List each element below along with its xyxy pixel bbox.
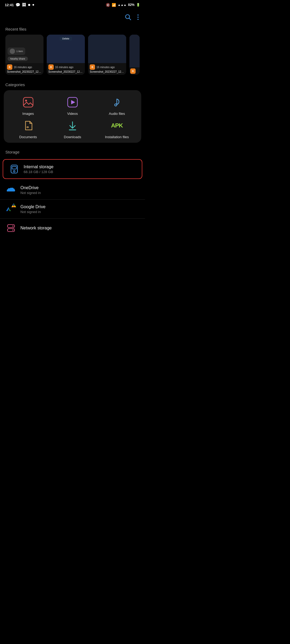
- svg-rect-11: [12, 166, 16, 169]
- recent-file-name: Screenshot_20230227_122445...: [90, 70, 125, 73]
- svg-point-20: [12, 226, 13, 227]
- category-apk-label: Installation files: [105, 135, 129, 139]
- videos-icon: [65, 95, 80, 109]
- downloads-icon: [65, 118, 80, 133]
- storage-network[interactable]: Network storage: [0, 219, 145, 237]
- svg-marker-5: [71, 100, 75, 104]
- storage-onedrive-name: OneDrive: [20, 185, 139, 190]
- recent-file-item[interactable]: B 16 minutes ago Screenshot_20230227_122…: [88, 35, 126, 75]
- storage-googledrive-sub: Not signed in: [20, 210, 139, 214]
- recent-file-item[interactable]: Delete B 16 minutes ago Screenshot_20230…: [47, 35, 85, 75]
- signal-icon: ▲▲▲: [118, 3, 126, 6]
- more-options-button[interactable]: [136, 13, 140, 21]
- category-downloads[interactable]: Downloads: [51, 118, 94, 139]
- categories-title: Categories: [0, 79, 145, 89]
- recent-file-name: Screenshot_20230227_122452...: [48, 70, 83, 73]
- network-storage-icon: [6, 223, 16, 233]
- storage-googledrive-info: Google Drive Not signed in: [20, 204, 139, 214]
- recent-file-item[interactable]: 1 item Nearby Share B 16 minutes ago Scr…: [5, 35, 44, 75]
- storage-title: Storage: [0, 147, 145, 156]
- svg-marker-14: [6, 207, 9, 211]
- category-images-label: Images: [22, 112, 34, 116]
- onedrive-icon: [6, 185, 16, 195]
- app-badge: B: [7, 64, 12, 70]
- search-button[interactable]: [125, 14, 132, 21]
- documents-icon: [21, 118, 35, 133]
- recent-file-time: 16 minutes ago: [96, 66, 115, 69]
- category-videos[interactable]: Videos: [51, 95, 94, 116]
- storage-googledrive[interactable]: Google Drive Not signed in: [0, 200, 145, 219]
- googledrive-icon: [6, 204, 16, 214]
- header-toolbar: [0, 9, 145, 24]
- status-left: 12:41 💬 🖼 ⏺: [5, 3, 34, 7]
- category-apk[interactable]: APK Installation files: [95, 118, 139, 139]
- svg-point-21: [12, 230, 13, 231]
- svg-line-1: [129, 18, 131, 20]
- svg-rect-19: [8, 229, 15, 232]
- internal-storage-icon: [9, 164, 19, 174]
- category-images[interactable]: Images: [6, 95, 50, 116]
- svg-marker-15: [9, 207, 11, 211]
- storage-onedrive-info: OneDrive Not signed in: [20, 185, 139, 195]
- categories-grid: Images Videos Audio files: [4, 90, 141, 143]
- battery-text: 82%: [128, 3, 135, 7]
- category-audio-label: Audio files: [109, 112, 125, 116]
- storage-internal[interactable]: Internal storage 68.18 GB / 128 GB: [3, 159, 142, 179]
- whatsapp-icon: 💬: [16, 3, 20, 7]
- images-icon: [21, 95, 35, 109]
- storage-internal-sub: 68.18 GB / 128 GB: [24, 170, 136, 174]
- apk-icon: APK: [110, 118, 124, 133]
- category-documents[interactable]: Documents: [6, 118, 50, 139]
- storage-network-info: Network storage: [20, 226, 139, 230]
- battery-icon: 🔋: [136, 3, 140, 7]
- category-audio[interactable]: Audio files: [95, 95, 139, 116]
- dot-indicator: [32, 4, 34, 6]
- recent-files-title: Recent files: [0, 24, 145, 34]
- delete-badge: Delete: [60, 37, 72, 41]
- recent-file-time: 16 minutes ago: [14, 66, 32, 69]
- status-right: 🔇 📶 ▲▲▲ 82% 🔋: [106, 3, 140, 7]
- svg-rect-2: [23, 97, 33, 107]
- app-badge: B: [48, 64, 54, 70]
- status-time: 12:41: [5, 3, 14, 7]
- storage-internal-info: Internal storage 68.18 GB / 128 GB: [24, 164, 136, 174]
- storage-internal-name: Internal storage: [24, 164, 136, 169]
- category-videos-label: Videos: [67, 112, 78, 116]
- recent-files-list: 1 item Nearby Share B 16 minutes ago Scr…: [0, 34, 145, 79]
- audio-icon: [110, 95, 124, 109]
- app-badge: B: [90, 64, 95, 70]
- wifi-icon: 📶: [112, 3, 116, 7]
- category-documents-label: Documents: [19, 135, 37, 139]
- recent-file-name: Screenshot_20230227_1225...: [7, 70, 42, 73]
- storage-network-name: Network storage: [20, 226, 139, 230]
- recent-file-item-partial[interactable]: B: [129, 35, 140, 75]
- svg-rect-18: [8, 225, 15, 228]
- mute-icon: 🔇: [106, 3, 110, 7]
- recorder-icon: ⏺: [28, 3, 31, 6]
- recent-file-time: 16 minutes ago: [55, 66, 73, 69]
- svg-point-3: [25, 100, 27, 102]
- status-bar: 12:41 💬 🖼 ⏺ 🔇 📶 ▲▲▲ 82% 🔋: [0, 0, 145, 9]
- category-downloads-label: Downloads: [64, 135, 81, 139]
- gallery-icon: 🖼: [22, 3, 26, 7]
- storage-onedrive-sub: Not signed in: [20, 191, 139, 195]
- app-badge: B: [130, 68, 136, 74]
- storage-googledrive-name: Google Drive: [20, 204, 139, 209]
- svg-point-12: [13, 170, 15, 172]
- storage-onedrive[interactable]: OneDrive Not signed in: [0, 181, 145, 200]
- storage-section: Internal storage 68.18 GB / 128 GB OneDr…: [0, 156, 145, 237]
